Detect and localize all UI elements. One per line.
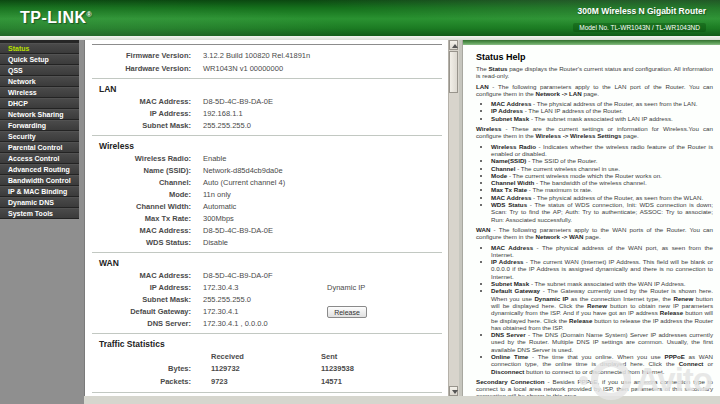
info-row: Subnet Mask:255.255.255.0 — [85, 294, 449, 306]
info-label: MAC Address: — [85, 225, 191, 237]
sidebar-item-parental-control[interactable]: Parental Control — [0, 142, 79, 153]
section-divider — [92, 252, 442, 254]
traffic-received-value: 9723 — [191, 376, 301, 389]
sidebar-item-network-sharing[interactable]: Network Sharing — [0, 109, 79, 120]
info-row: Default Gateway:172.30.4.1Release — [85, 306, 449, 318]
release-button[interactable]: Release — [327, 306, 367, 318]
scroll-thumb[interactable] — [449, 51, 458, 93]
help-bullet-item: MAC Address - The physical address of th… — [491, 100, 713, 107]
info-row: Wireless Radio:Enable — [85, 153, 449, 165]
info-label: Mode: — [85, 189, 191, 201]
info-value: Enable — [191, 153, 449, 165]
info-label: Default Gateway: — [85, 306, 191, 319]
traffic-header-spacer — [85, 351, 191, 363]
sidebar-item-dhcp[interactable]: DHCP — [0, 98, 79, 109]
sidebar-item-quick-setup[interactable]: Quick Setup — [0, 54, 79, 65]
info-row: MAC Address:D8-5D-4C-B9-DA-0E — [85, 96, 449, 108]
sidebar-item-advanced-routing[interactable]: Advanced Routing — [0, 164, 79, 175]
help-bullet-list: MAC Address - The physical address of th… — [476, 244, 713, 375]
help-bullet-item: DNS Server - The DNS (Domain Name System… — [491, 331, 713, 353]
section-divider — [92, 333, 442, 335]
help-bullet-item: Channel Width - The bandwidth of the wir… — [491, 179, 713, 186]
info-value: 255.255.255.0 — [191, 294, 449, 306]
info-label: Subnet Mask: — [85, 120, 191, 132]
arrow-up-icon — [452, 44, 458, 48]
help-paragraph: Wireless - These are the current setting… — [476, 125, 713, 140]
help-paragraph: WAN - The following parameters apply to … — [476, 226, 713, 241]
main-scrollbar[interactable] — [448, 40, 459, 396]
sidebar-item-wireless[interactable]: Wireless — [0, 87, 79, 98]
help-bullet-item: Subnet Mask - The subnet mask associated… — [491, 280, 713, 287]
scroll-up-button[interactable] — [449, 40, 458, 50]
sidebar-item-qss[interactable]: QSS — [0, 65, 79, 76]
section-title-wan: WAN — [99, 257, 449, 269]
info-row: Mode:11n only — [85, 189, 449, 201]
help-bullet-item: IP Address - The LAN IP address of the R… — [491, 107, 713, 114]
traffic-row-label: Packets: — [85, 376, 191, 389]
version-rows: Firmware Version:3.12.2 Build 100820 Rel… — [85, 49, 449, 75]
help-bullet-item: MAC Address - The physical address of th… — [491, 244, 713, 259]
info-row: Channel Width:Automatic — [85, 201, 449, 213]
help-panel: Status Help The Status page displays the… — [462, 40, 720, 396]
sidebar-item-dynamic-dns[interactable]: Dynamic DNS — [0, 197, 79, 208]
info-value: D8-5D-4C-B9-DA-0F — [191, 270, 449, 282]
wan-connection-type: Dynamic IP — [327, 282, 449, 294]
sidebar-item-forwarding[interactable]: Forwarding — [0, 120, 79, 131]
info-label: Wireless Radio: — [85, 153, 191, 165]
info-row: WDS Status:Disable — [85, 237, 449, 249]
tplink-logo: TP-LINK® — [20, 9, 92, 27]
help-bullet-list: MAC Address - The physical address of th… — [476, 100, 713, 122]
info-value: 3.12.2 Build 100820 Rel.41891n — [191, 49, 449, 62]
section-title-wireless: Wireless — [99, 140, 449, 152]
sidebar-item-ip-mac-binding[interactable]: IP & MAC Binding — [0, 186, 79, 197]
arrow-down-icon — [452, 390, 458, 394]
section-divider — [92, 78, 442, 80]
bottom-strip — [84, 396, 720, 404]
header: TP-LINK® 300M Wireless N Gigabit Router … — [0, 0, 720, 36]
help-title: Status Help — [476, 52, 720, 62]
info-value: D8-5D-4C-B9-DA-0E — [191, 225, 449, 237]
info-row: Firmware Version:3.12.2 Build 100820 Rel… — [85, 49, 449, 62]
info-label: Hardware Version: — [85, 62, 191, 75]
sidebar-item-security[interactable]: Security — [0, 131, 79, 142]
traffic-received-value: 1129732 — [191, 363, 301, 376]
help-bullet-item: Default Gateway - The Gateway currently … — [491, 287, 713, 331]
info-label: MAC Address: — [85, 270, 191, 282]
info-label: Firmware Version: — [85, 49, 191, 62]
info-row: IP Address:172.30.4.3Dynamic IP — [85, 282, 449, 294]
status-sections: LANMAC Address:D8-5D-4C-B9-DA-0EIP Addre… — [85, 78, 449, 330]
info-row: Hardware Version:WR1043N v1 00000000 — [85, 62, 449, 75]
model-number-badge: Model No. TL-WR1043N / TL-WR1043ND — [573, 23, 706, 32]
help-bullet-item: Online Time - The time that you online. … — [491, 353, 713, 375]
info-label: Max Tx Rate: — [85, 213, 191, 225]
sidebar-item-network[interactable]: Network — [0, 76, 79, 87]
main-status-panel: Firmware Version:3.12.2 Build 100820 Rel… — [84, 40, 449, 396]
sidebar-item-access-control[interactable]: Access Control — [0, 153, 79, 164]
info-value: 172.30.4.3 — [191, 282, 327, 294]
traffic-row: Packets:972314571 — [85, 376, 449, 389]
logo-text: TP-LINK — [20, 9, 87, 26]
info-label: IP Address: — [85, 282, 191, 294]
sidebar: StatusQuick SetupQSSNetworkWirelessDHCPN… — [0, 40, 85, 404]
scroll-down-button[interactable] — [449, 386, 458, 396]
info-value: 11n only — [191, 189, 449, 201]
info-row: Name (SSID):Network-d85d4cb9da0e — [85, 165, 449, 177]
info-label: Subnet Mask: — [85, 294, 191, 306]
help-bullet-item: Wireless Radio - Indicates whether the w… — [491, 143, 713, 158]
sidebar-item-status[interactable]: Status — [0, 43, 79, 54]
sidebar-item-bandwidth-control[interactable]: Bandwidth Control — [0, 175, 79, 186]
sidebar-menu: StatusQuick SetupQSSNetworkWirelessDHCPN… — [0, 40, 79, 219]
info-row: Max Tx Rate:300Mbps — [85, 213, 449, 225]
info-value: 172.30.4.1 — [191, 306, 327, 319]
sidebar-item-system-tools[interactable]: System Tools — [0, 208, 79, 219]
product-title: 300M Wireless N Gigabit Router — [573, 6, 706, 16]
traffic-col-header-received: Received — [191, 351, 301, 363]
registered-mark: ® — [87, 11, 93, 18]
info-label: WDS Status: — [85, 237, 191, 249]
info-label: Channel: — [85, 177, 191, 189]
info-row: Subnet Mask:255.255.255.0 — [85, 120, 449, 132]
help-bullet-item: IP Address - The current WAN (Internet) … — [491, 258, 713, 280]
traffic-row-label: Bytes: — [85, 363, 191, 376]
info-label: MAC Address: — [85, 96, 191, 108]
info-value: 300Mbps — [191, 213, 449, 225]
